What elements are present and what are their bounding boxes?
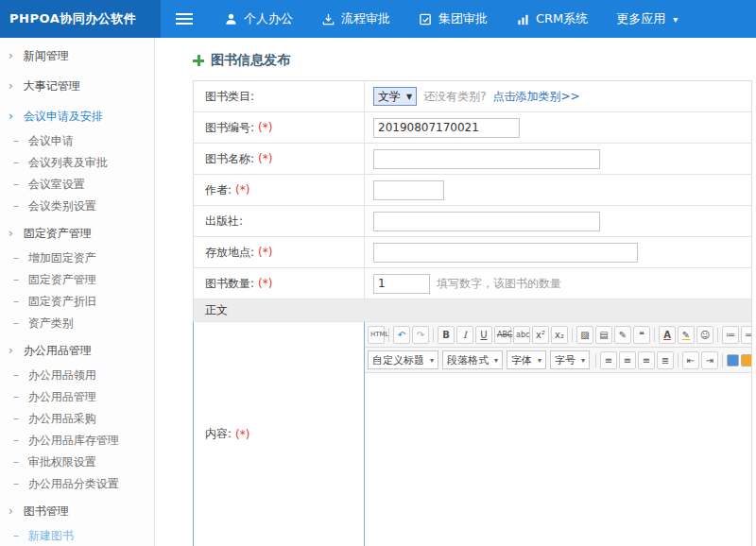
nav-personal-office[interactable]: 个人办公	[210, 0, 307, 38]
sidebar-item-news-management[interactable]: › 新闻管理	[0, 43, 154, 70]
paste-button[interactable]: ▤	[595, 326, 612, 344]
sidebar-item-label: 办公用品分类设置	[28, 477, 119, 490]
sidebar-item-label: 办公用品管理	[24, 344, 92, 357]
sidebar-item-office-supplies-management[interactable]: › 办公用品管理	[0, 337, 154, 365]
sidebar-item-label: 资产类别	[28, 316, 74, 330]
font-color-button[interactable]: A	[659, 326, 676, 344]
nav-more-apps[interactable]: 更多应用 ▾	[602, 0, 692, 38]
bar-chart-icon	[516, 12, 530, 26]
sidebar-item-label: 办公用品领用	[28, 368, 96, 382]
image-icon[interactable]	[741, 354, 751, 367]
editor-content[interactable]	[365, 373, 751, 546]
sidebar-item-new-book[interactable]: – 新建图书	[0, 525, 154, 546]
book-name-input[interactable]	[373, 149, 600, 169]
emoticon-button[interactable]: ☺	[696, 326, 713, 344]
chevron-down-icon: ▾	[538, 356, 541, 365]
dash-icon: –	[13, 529, 19, 542]
sidebar-item-meeting-room-setting[interactable]: – 会议室设置	[0, 174, 154, 196]
unordered-list-button[interactable]: ≕	[741, 326, 751, 344]
sidebar-item-fixed-assets-management[interactable]: › 固定资产管理	[0, 220, 154, 247]
sidebar-item-meeting-list-approve[interactable]: – 会议列表及审批	[0, 152, 154, 174]
align-right-button[interactable]: ≡	[638, 351, 655, 369]
sidebar-item-meeting-category-setting[interactable]: – 会议类别设置	[0, 196, 154, 217]
paragraph-format-dropdown[interactable]: 段落格式 ▾	[442, 350, 503, 369]
nav-process-approval[interactable]: 流程审批	[307, 0, 404, 38]
eraser-button[interactable]: ▨	[576, 326, 593, 344]
indent-button[interactable]: ⇥	[701, 351, 718, 369]
sidebar-item-supplies-category-setting[interactable]: – 办公用品分类设置	[0, 473, 154, 495]
sidebar-item-asset-category[interactable]: – 资产类别	[0, 313, 154, 334]
bold-button[interactable]: B	[438, 326, 455, 344]
source-code-button[interactable]: HTML	[368, 326, 385, 344]
category-select[interactable]: 文学 ▼	[373, 87, 417, 106]
sidebar-item-fixed-asset-management[interactable]: – 固定资产管理	[0, 269, 154, 291]
custom-title-dropdown[interactable]: 自定义标题 ▾	[368, 350, 438, 369]
align-center-button[interactable]: ≡	[619, 351, 636, 369]
form-row-book-no: 图书编号: (*)	[194, 112, 751, 144]
page-title: 图书信息发布	[211, 52, 290, 69]
sidebar-item-label: 会议室设置	[28, 178, 85, 191]
align-left-button[interactable]: ≡	[600, 351, 617, 369]
sidebar-item-label: 大事记管理	[24, 79, 80, 93]
align-justify-button[interactable]: ≣	[657, 351, 674, 369]
redo-button[interactable]: ↷	[412, 326, 429, 344]
quantity-hint: 填写数字，该图书的数量	[437, 276, 561, 292]
add-icon	[193, 55, 204, 66]
chevron-down-icon: ▾	[673, 14, 678, 25]
nav-group-approval[interactable]: 集团审批	[404, 0, 502, 38]
underline-button[interactable]: U	[475, 326, 492, 344]
sidebar-item-meeting-apply-arrange[interactable]: › 会议申请及安排	[0, 103, 154, 130]
publisher-input[interactable]	[373, 212, 600, 231]
dash-icon: –	[13, 477, 19, 490]
toolbar-separator	[433, 328, 434, 342]
nav-crm-system[interactable]: CRM系统	[502, 0, 602, 38]
font-family-dropdown[interactable]: 字体 ▾	[507, 350, 546, 369]
menu-toggle-icon[interactable]	[176, 10, 193, 27]
app-logo: PHPOA协同办公软件	[0, 0, 161, 38]
add-category-link[interactable]: 点击添加类别>>	[493, 89, 580, 105]
chevron-right-icon: ›	[9, 49, 13, 62]
sidebar-item-label: 固定资产管理	[28, 273, 96, 286]
outdent-button[interactable]: ⇤	[682, 351, 699, 369]
toolbar-separator	[388, 328, 389, 342]
sidebar-item-fixed-asset-depreciation[interactable]: – 固定资产折旧	[0, 291, 154, 313]
italic-button[interactable]: I	[456, 326, 473, 344]
sidebar-item-meeting-apply[interactable]: – 会议申请	[0, 130, 154, 152]
toolbar-separator	[572, 328, 573, 342]
subscript-button[interactable]: x₂	[551, 326, 568, 344]
toolbar-separator	[595, 353, 596, 367]
dash-icon: –	[13, 199, 19, 213]
link-icon[interactable]	[727, 354, 739, 367]
quantity-input[interactable]	[373, 274, 430, 294]
required-mark: (*)	[258, 152, 272, 165]
author-input[interactable]	[373, 180, 444, 200]
sidebar-item-events-management[interactable]: › 大事记管理	[0, 73, 154, 100]
toolbar-separator	[654, 328, 655, 342]
dash-icon: –	[13, 412, 19, 425]
sidebar: › 新闻管理 › 大事记管理 › 会议申请及安排 – 会议申请 – 会议列表及审…	[0, 38, 155, 546]
sidebar-item-book-management[interactable]: › 图书管理	[0, 498, 154, 525]
sidebar-item-supplies-purchase[interactable]: – 办公用品采购	[0, 408, 154, 430]
sidebar-item-supplies-claim[interactable]: – 办公用品领用	[0, 365, 154, 386]
book-no-input[interactable]	[373, 118, 520, 138]
field-label: 图书类目:	[205, 89, 254, 105]
font-size-dropdown[interactable]: 字号 ▾	[550, 350, 590, 369]
sidebar-item-label: 固定资产折旧	[28, 295, 96, 308]
app-window: PHPOA协同办公软件 个人办公 流程审批 集团审批	[0, 0, 756, 546]
undo-button[interactable]: ↶	[393, 326, 410, 344]
superscript-button[interactable]: x²	[532, 326, 549, 344]
location-input[interactable]	[373, 243, 638, 263]
rich-text-editor: HTML ↶ ↷ B I U ABC abc x² x₂ ▨	[365, 322, 751, 546]
strikethrough-button[interactable]: ABC	[494, 326, 511, 344]
sidebar-item-supplies-inventory-management[interactable]: – 办公用品库存管理	[0, 430, 154, 452]
highlight-color-button[interactable]: ✎	[678, 326, 695, 344]
spellcheck-button[interactable]: abc	[513, 326, 530, 344]
sidebar-item-supplies-management[interactable]: – 办公用品管理	[0, 386, 154, 408]
field-label: 内容:	[205, 426, 232, 442]
nav-label: 流程审批	[341, 10, 390, 27]
blockquote-button[interactable]: ❝	[633, 326, 650, 344]
sidebar-item-add-fixed-asset[interactable]: – 增加固定资产	[0, 247, 154, 269]
sidebar-item-approval-permission-setting[interactable]: – 审批权限设置	[0, 452, 154, 473]
format-brush-button[interactable]: ✎	[614, 326, 631, 344]
ordered-list-button[interactable]: ≔	[722, 326, 739, 344]
